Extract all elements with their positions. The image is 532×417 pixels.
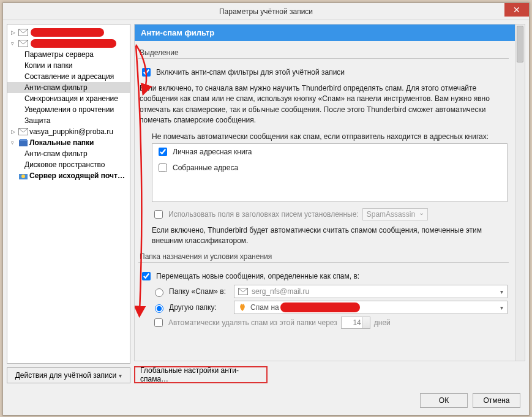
tree-item-receipts[interactable]: Уведомления о прочтении bbox=[7, 104, 130, 115]
svg-rect-4 bbox=[20, 139, 27, 141]
close-icon: ✕ bbox=[513, 6, 520, 14]
smtp-icon bbox=[18, 171, 28, 180]
use-headers-label: Использовать поля в заголовках писем уст… bbox=[168, 210, 359, 219]
tree-twisty-icon: ▿ bbox=[11, 140, 17, 146]
dest-spam-folder-radio[interactable] bbox=[155, 288, 163, 297]
mail-icon bbox=[18, 127, 28, 136]
tree-item-composition[interactable]: Составление и адресация bbox=[7, 71, 130, 82]
dest-other-folder-radio[interactable] bbox=[155, 304, 163, 313]
close-button[interactable]: ✕ bbox=[504, 3, 529, 17]
panel-title: Анти-спам фильтр bbox=[135, 24, 515, 41]
auto-delete-label: Автоматически удалять спам из этой папки… bbox=[168, 318, 337, 327]
enable-junk-label: Включить анти-спам фильтры для этой учёт… bbox=[156, 68, 345, 77]
tree-item-sync[interactable]: Синхронизация и хранение bbox=[7, 93, 130, 104]
not-mark-label: Не помечать автоматически сообщения как … bbox=[152, 132, 508, 141]
tree-item-junk-local[interactable]: Анти-спам фильтр bbox=[7, 148, 130, 159]
tree-twisty-icon: ▷ bbox=[11, 29, 17, 36]
tree-twisty-icon: ▷ bbox=[11, 129, 17, 135]
window-title: Параметры учётной записи bbox=[3, 7, 529, 16]
account-actions-button[interactable]: Действия для учётной записи ▾ bbox=[7, 367, 130, 383]
tree-twisty-icon: ▿ bbox=[11, 40, 17, 47]
dialog-footer: ОК Отмена bbox=[3, 387, 529, 415]
dialog-window: Параметры учётной записи ✕ ▷ bbox=[2, 2, 530, 416]
mail-icon bbox=[238, 288, 248, 295]
classifier-select: SpamAssassin bbox=[362, 208, 428, 220]
global-junk-settings-button[interactable]: Глобальные настройки анти-спама… bbox=[134, 366, 268, 383]
group-selection-label: Выделение bbox=[140, 48, 509, 57]
tree-local-folders[interactable]: ▿ Локальные папки bbox=[7, 137, 130, 148]
account-actions-label: Действия для учётной записи bbox=[15, 371, 117, 380]
ab-collected-checkbox[interactable] bbox=[159, 163, 167, 172]
junk-folder-icon bbox=[238, 303, 247, 312]
redacted-account-2 bbox=[31, 39, 116, 48]
dest-other-folder-label: Другую папку: bbox=[169, 303, 230, 312]
mail-icon bbox=[18, 28, 28, 37]
ab-personal-label: Личная адресная книга bbox=[173, 148, 252, 156]
ok-button[interactable]: ОК bbox=[420, 393, 468, 408]
redacted-account-1 bbox=[31, 28, 104, 37]
tree-smtp[interactable]: Сервер исходящей почт… bbox=[7, 170, 130, 181]
days-spinner: 14 bbox=[341, 317, 370, 329]
junk-description-2: Если включено, Thunderbird будет автомат… bbox=[152, 225, 508, 247]
ab-collected-label: Собранные адреса bbox=[173, 163, 238, 172]
mail-icon bbox=[18, 39, 28, 48]
junk-description-1: Если включено, то сначала вам нужно науч… bbox=[140, 83, 508, 126]
group-destination-label: Папка назначения и условия хранения bbox=[140, 252, 509, 261]
days-value: 14 bbox=[353, 318, 361, 327]
dest-spam-folder-label: Папку «Спам» в: bbox=[169, 287, 230, 296]
days-unit-label: дней bbox=[374, 318, 391, 327]
cancel-button[interactable]: Отмена bbox=[473, 393, 520, 408]
folder-select-value: Спам на bbox=[250, 303, 279, 312]
account-select-value: serg_nfs@mail.ru bbox=[252, 287, 309, 296]
list-item[interactable]: Собранные адреса bbox=[152, 160, 507, 176]
use-headers-checkbox[interactable] bbox=[154, 210, 163, 219]
tree-item-copies[interactable]: Копии и папки bbox=[7, 60, 130, 71]
enable-junk-checkbox[interactable] bbox=[142, 68, 151, 77]
folder-select[interactable]: Спам на bbox=[234, 301, 508, 314]
tree-account-1[interactable]: ▷ bbox=[7, 27, 130, 38]
local-folders-icon bbox=[18, 138, 28, 147]
move-junk-checkbox[interactable] bbox=[142, 272, 151, 280]
address-book-listbox[interactable]: Личная адресная книга Собранные адреса bbox=[152, 143, 508, 202]
classifier-value: SpamAssassin bbox=[367, 210, 415, 219]
titlebar: Параметры учётной записи ✕ bbox=[3, 3, 529, 20]
chevron-down-icon: ▾ bbox=[119, 372, 122, 379]
account-tree[interactable]: ▷ ▿ Параметры сервера Копии и папки Сост… bbox=[7, 24, 130, 364]
ab-personal-checkbox[interactable] bbox=[159, 148, 167, 156]
scrollbar-thumb[interactable] bbox=[517, 26, 523, 62]
list-item[interactable]: Личная адресная книга bbox=[152, 144, 507, 160]
global-junk-settings-label: Глобальные настройки анти-спама… bbox=[140, 366, 261, 383]
tree-item-security[interactable]: Защита bbox=[7, 115, 130, 126]
svg-rect-3 bbox=[19, 140, 28, 146]
tree-account-2[interactable]: ▿ bbox=[7, 38, 130, 49]
account-select[interactable]: serg_nfs@mail.ru bbox=[234, 285, 508, 298]
tree-item-server-settings[interactable]: Параметры сервера bbox=[7, 49, 130, 60]
svg-point-6 bbox=[21, 175, 25, 178]
auto-delete-checkbox[interactable] bbox=[154, 318, 163, 327]
redacted-folder-account bbox=[280, 302, 360, 312]
scrollbar[interactable] bbox=[515, 24, 525, 361]
tree-account-3[interactable]: ▷ vasya_puppkin@proba.ru bbox=[7, 126, 130, 137]
move-junk-label: Перемещать новые сообщения, определенные… bbox=[156, 272, 359, 280]
tree-item-disk[interactable]: Дисковое пространство bbox=[7, 159, 130, 170]
tree-item-junk[interactable]: Анти-спам фильтр bbox=[7, 82, 130, 93]
